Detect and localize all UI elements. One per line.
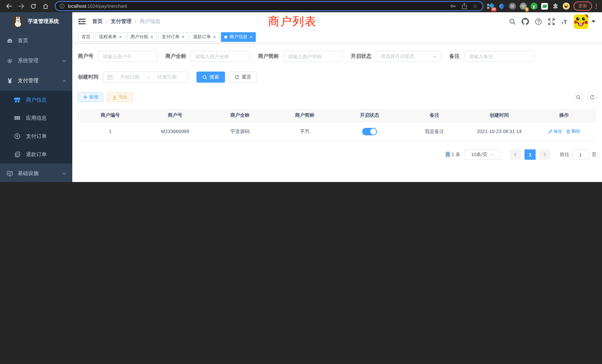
remark-input[interactable] xyxy=(464,51,534,62)
sidebar-item-label: 系统管理 xyxy=(18,57,39,64)
tab-label: 流程表单 xyxy=(99,34,117,40)
extension-dict-icon[interactable]: 10 xyxy=(487,2,494,10)
tab-close-icon[interactable]: × xyxy=(182,34,184,39)
sidebar-item-pay-order[interactable]: ¥ 支付订单 xyxy=(0,127,72,145)
breadcrumb-current: 商户信息 xyxy=(140,18,161,25)
annotation-title: 商户列表 xyxy=(268,14,317,29)
breadcrumb-payment[interactable]: 支付管理 xyxy=(111,18,132,25)
header-search-icon[interactable] xyxy=(509,18,516,25)
extension-pin-icon[interactable] xyxy=(498,2,505,10)
bookmark-star-icon[interactable]: ☆ xyxy=(472,2,479,10)
table-toolbar: 新增 导出 xyxy=(78,92,596,102)
merchant-short-input[interactable] xyxy=(283,51,343,62)
add-button-label: 新增 xyxy=(89,94,98,100)
page-number-button[interactable]: 1 xyxy=(525,149,536,160)
search-button[interactable]: 搜索 xyxy=(196,72,225,83)
sidebar-fold-icon[interactable] xyxy=(78,19,86,24)
extension-lens-icon[interactable]: 1 xyxy=(519,2,527,10)
documents-icon xyxy=(14,151,20,158)
pagination-total-unit: 条 xyxy=(456,152,460,157)
browser-update-button[interactable]: 更新 xyxy=(573,1,592,11)
sidebar-item-system[interactable]: 系统管理 xyxy=(0,51,72,71)
show-search-toggle-button[interactable] xyxy=(574,93,583,102)
browser-back-icon[interactable] xyxy=(4,2,13,11)
url-bar[interactable]: localhost:1024/pay/merchant ☆ xyxy=(55,1,483,11)
refresh-table-button[interactable] xyxy=(588,93,596,102)
url-text: localhost:1024/pay/merchant xyxy=(68,3,127,9)
sidebar-item-merchant-info[interactable]: 商户信息 xyxy=(0,91,72,109)
prev-page-button[interactable] xyxy=(510,149,521,160)
tab-label: 退款订单 xyxy=(193,34,211,40)
tab-close-icon[interactable]: × xyxy=(250,34,252,39)
help-icon[interactable] xyxy=(535,18,542,25)
download-icon xyxy=(112,95,117,99)
breadcrumb-home[interactable]: 首页 xyxy=(92,18,103,25)
export-button[interactable]: 导出 xyxy=(107,92,133,102)
chevron-down-icon xyxy=(62,172,66,175)
font-size-icon[interactable]: TT xyxy=(560,18,568,25)
user-avatar[interactable] xyxy=(574,14,588,29)
monitor-chart-icon xyxy=(7,170,13,177)
browser-reload-icon[interactable] xyxy=(29,2,38,11)
reset-button[interactable]: 重置 xyxy=(229,72,257,83)
browser-forward-icon[interactable] xyxy=(17,2,26,11)
store-icon xyxy=(14,97,20,103)
sidebar-item-label: 退款订单 xyxy=(26,151,47,158)
edit-link[interactable]: 修改 xyxy=(548,128,562,135)
delete-link[interactable]: 删除 xyxy=(566,128,580,135)
goto-unit: 页 xyxy=(592,151,596,158)
extension-command-icon[interactable]: ⌘ xyxy=(509,2,516,10)
sidebar-item-payment[interactable]: ¥ 支付管理 xyxy=(0,71,72,91)
sidebar-item-refund-order[interactable]: 退款订单 xyxy=(0,145,72,163)
next-page-button[interactable] xyxy=(539,149,550,160)
tab-merchant-info[interactable]: 商户信息× xyxy=(221,32,256,42)
tab-close-icon[interactable]: × xyxy=(150,34,153,39)
merchant-no-input[interactable] xyxy=(98,51,157,62)
tab-label: 用户分组 xyxy=(130,34,148,40)
page-size-select[interactable]: 10条/页 xyxy=(464,149,501,160)
tab-process-form[interactable]: 流程表单× xyxy=(96,32,125,42)
app-logo[interactable]: 芋道管理系统 xyxy=(0,12,72,31)
status-toggle[interactable] xyxy=(362,128,377,135)
col-header: 商户号 xyxy=(143,112,208,118)
sidebar-item-app-info[interactable]: 应用信息 xyxy=(0,109,72,127)
extension-y-icon[interactable]: y xyxy=(530,2,538,10)
sidebar-item-label: 支付订单 xyxy=(26,133,47,139)
tab-label: 首页 xyxy=(82,34,90,40)
password-key-icon[interactable] xyxy=(449,2,457,10)
avatar-dropdown-caret-icon[interactable] xyxy=(592,20,595,23)
pagination-total-count: 1 xyxy=(452,152,454,157)
page-content: 商户号 商户全称 商户简称 开启状态 请选择开启状态 xyxy=(72,43,602,160)
browser-toolbar: localhost:1024/pay/merchant ☆ 10 ⌘ 1 y xyxy=(0,0,602,12)
browser-home-icon[interactable] xyxy=(41,2,50,11)
active-tab-dot-icon xyxy=(225,35,227,38)
tab-user-group[interactable]: 用户分组× xyxy=(127,32,156,42)
tab-close-icon[interactable]: × xyxy=(119,34,122,39)
gear-icon xyxy=(7,58,13,64)
extension-emoji-icon[interactable] xyxy=(562,2,570,10)
github-icon[interactable] xyxy=(522,18,529,25)
browser-menu-icon[interactable] xyxy=(594,3,598,9)
fullscreen-icon[interactable] xyxy=(548,18,555,25)
refresh-icon xyxy=(590,95,594,99)
tab-home[interactable]: 首页 xyxy=(78,32,94,42)
status-select-placeholder: 请选择开启状态 xyxy=(381,53,433,60)
tab-pay-order[interactable]: 支付订单× xyxy=(158,32,188,42)
cell-short-name: 芋艿 xyxy=(272,128,337,135)
chevron-down-icon xyxy=(62,60,66,62)
create-time-range-picker[interactable]: 开始日期 - 结束日期 xyxy=(103,72,188,83)
sidebar-item-infrastructure[interactable]: 基础设施 xyxy=(0,163,72,182)
goto-page-input[interactable] xyxy=(572,149,589,160)
extension-chat-icon[interactable] xyxy=(541,2,548,10)
merchant-name-input[interactable] xyxy=(191,51,250,62)
share-icon[interactable] xyxy=(460,2,468,10)
tab-close-icon[interactable]: × xyxy=(213,34,216,39)
sidebar-item-home[interactable]: 首页 xyxy=(0,31,72,51)
sidebar-item-label: 支付管理 xyxy=(18,77,39,84)
add-button[interactable]: 新增 xyxy=(78,92,103,102)
create-time-label: 创建时间 xyxy=(78,74,99,80)
tab-refund-order[interactable]: 退款订单× xyxy=(190,32,219,42)
extensions-puzzle-icon[interactable] xyxy=(552,2,559,10)
status-select[interactable]: 请选择开启状态 xyxy=(376,51,441,62)
site-info-icon[interactable] xyxy=(59,3,65,9)
